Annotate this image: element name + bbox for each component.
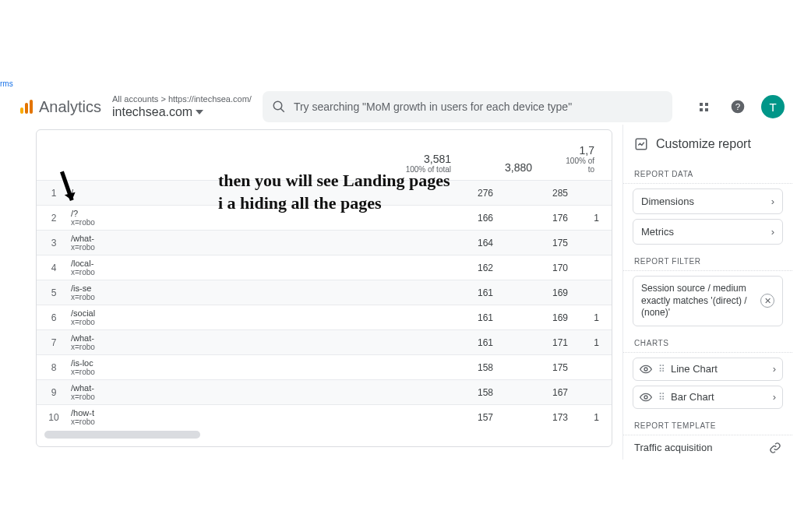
customize-icon bbox=[634, 137, 648, 151]
row-val3: 1 bbox=[573, 412, 604, 423]
template-row[interactable]: Traffic acquisition bbox=[623, 435, 792, 460]
help-icon[interactable]: ? bbox=[727, 96, 749, 118]
svg-text:?: ? bbox=[735, 101, 741, 111]
search-bar[interactable]: Try searching "MoM growth in users for e… bbox=[263, 91, 672, 122]
row-number: 4 bbox=[37, 262, 71, 273]
avatar[interactable]: T bbox=[761, 95, 785, 118]
account-switcher[interactable]: All accounts > https://intechsea.com/ in… bbox=[112, 94, 252, 119]
truncated-link: rms bbox=[0, 79, 13, 88]
total-col3-sub: 100% of to bbox=[559, 157, 594, 174]
table-row[interactable]: 10/how-tx=robo1571731 bbox=[37, 404, 612, 429]
row-number: 9 bbox=[37, 387, 71, 398]
svg-line-1 bbox=[280, 108, 284, 112]
chart-bar-row[interactable]: ⠿ Bar Chart › bbox=[633, 386, 783, 409]
row-val1: 157 bbox=[442, 412, 498, 423]
section-report-template: REPORT TEMPLATE bbox=[623, 414, 792, 435]
table-row[interactable]: 4/local-x=robo162170 bbox=[37, 255, 612, 280]
search-icon bbox=[272, 100, 286, 114]
chart-line-row[interactable]: ⠿ Line Chart › bbox=[633, 358, 783, 381]
row-val3: 1 bbox=[573, 337, 604, 348]
table-row[interactable]: 7/what-x=robo1611711 bbox=[37, 329, 612, 354]
row-val3: 1 bbox=[573, 213, 604, 224]
table-row[interactable]: 8/is-locx=robo158175 bbox=[37, 354, 612, 379]
row-val1: 161 bbox=[442, 312, 498, 323]
total-col3: 1,7 bbox=[559, 144, 594, 157]
unlink-icon[interactable] bbox=[769, 442, 781, 454]
row-page: /local-x=robo bbox=[71, 259, 132, 277]
caret-down-icon bbox=[196, 110, 203, 115]
total-col1: 3,581 bbox=[397, 153, 451, 165]
apps-icon[interactable] bbox=[693, 96, 714, 118]
svg-point-6 bbox=[644, 396, 647, 399]
table-row[interactable]: 3/what-x=robo164175 bbox=[37, 230, 612, 255]
svg-point-5 bbox=[644, 368, 647, 371]
account-current: intechsea.com bbox=[112, 104, 192, 119]
dimensions-row[interactable]: Dimensions › bbox=[633, 188, 783, 214]
section-report-data: REPORT DATA bbox=[623, 162, 792, 184]
annotation-text: then you will see Landing pages i a hidi… bbox=[218, 170, 450, 214]
drag-handle-icon[interactable]: ⠿ bbox=[658, 392, 665, 403]
search-placeholder: Try searching "MoM growth in users for e… bbox=[294, 100, 572, 113]
row-val2: 167 bbox=[498, 387, 573, 398]
row-val2: 169 bbox=[498, 312, 573, 323]
scrollbar-thumb[interactable] bbox=[44, 431, 200, 439]
row-val3: 1 bbox=[573, 312, 604, 323]
row-number: 3 bbox=[37, 238, 71, 248]
row-page: /socialx=robo bbox=[71, 308, 132, 326]
remove-filter-icon[interactable]: ✕ bbox=[760, 294, 774, 308]
row-val2: 176 bbox=[498, 213, 573, 224]
chevron-right-icon: › bbox=[773, 391, 776, 403]
section-report-filter: REPORT FILTER bbox=[623, 249, 792, 271]
table-row[interactable]: 5/is-sex=robo161169 bbox=[37, 280, 612, 305]
table-body: 1/2762852/?x=robo16617613/what-x=robo164… bbox=[37, 180, 612, 429]
row-number: 8 bbox=[37, 362, 71, 373]
row-val1: 166 bbox=[442, 213, 498, 224]
row-page: /is-sex=robo bbox=[71, 284, 132, 301]
metrics-row[interactable]: Metrics › bbox=[633, 219, 783, 245]
row-val1: 161 bbox=[442, 287, 498, 298]
filter-chip[interactable]: Session source / medium exactly matches … bbox=[633, 276, 783, 326]
section-charts: CHARTS bbox=[623, 331, 792, 353]
row-number: 1 bbox=[37, 188, 71, 199]
row-val1: 158 bbox=[442, 362, 498, 373]
drag-handle-icon[interactable]: ⠿ bbox=[658, 364, 665, 375]
customize-header: Customize report bbox=[623, 132, 792, 162]
logo-block: Analytics bbox=[20, 98, 101, 116]
horizontal-scrollbar[interactable] bbox=[37, 431, 612, 440]
row-page: /what-x=robo bbox=[71, 234, 132, 252]
row-page: /is-locx=robo bbox=[71, 358, 132, 376]
chevron-right-icon: › bbox=[771, 226, 774, 238]
row-val2: 170 bbox=[498, 262, 573, 273]
visibility-icon[interactable] bbox=[640, 391, 652, 403]
row-val2: 175 bbox=[498, 238, 573, 248]
account-path: All accounts > https://intechsea.com/ bbox=[112, 94, 252, 104]
top-icons: ? T bbox=[693, 95, 785, 118]
row-val2: 285 bbox=[498, 188, 573, 199]
row-val2: 175 bbox=[498, 362, 573, 373]
row-val1: 164 bbox=[442, 238, 498, 248]
total-col2: 3,880 bbox=[478, 161, 532, 174]
row-number: 10 bbox=[37, 412, 71, 423]
row-page: /what-x=robo bbox=[71, 383, 132, 401]
table-row[interactable]: 6/socialx=robo1611691 bbox=[37, 305, 612, 329]
table-row[interactable]: 9/what-x=robo158167 bbox=[37, 379, 612, 404]
ga-logo-icon bbox=[20, 100, 33, 114]
row-page: /what-x=robo bbox=[71, 333, 132, 351]
product-name: Analytics bbox=[39, 98, 101, 116]
row-page: / bbox=[71, 188, 132, 197]
row-val1: 162 bbox=[442, 262, 498, 273]
row-val2: 169 bbox=[498, 287, 573, 298]
row-val2: 173 bbox=[498, 412, 573, 423]
row-page: /?x=robo bbox=[71, 209, 132, 227]
row-val1: 161 bbox=[442, 337, 498, 348]
row-number: 2 bbox=[37, 213, 71, 224]
row-number: 5 bbox=[37, 287, 71, 298]
row-val2: 171 bbox=[498, 337, 573, 348]
visibility-icon[interactable] bbox=[640, 363, 652, 375]
row-number: 6 bbox=[37, 312, 71, 323]
row-page: /how-tx=robo bbox=[71, 408, 132, 426]
top-bar: Analytics All accounts > https://intechs… bbox=[20, 89, 789, 125]
customize-panel: Customize report REPORT DATA Dimensions … bbox=[622, 125, 792, 460]
chevron-right-icon: › bbox=[771, 196, 774, 207]
row-val1: 158 bbox=[442, 387, 498, 398]
